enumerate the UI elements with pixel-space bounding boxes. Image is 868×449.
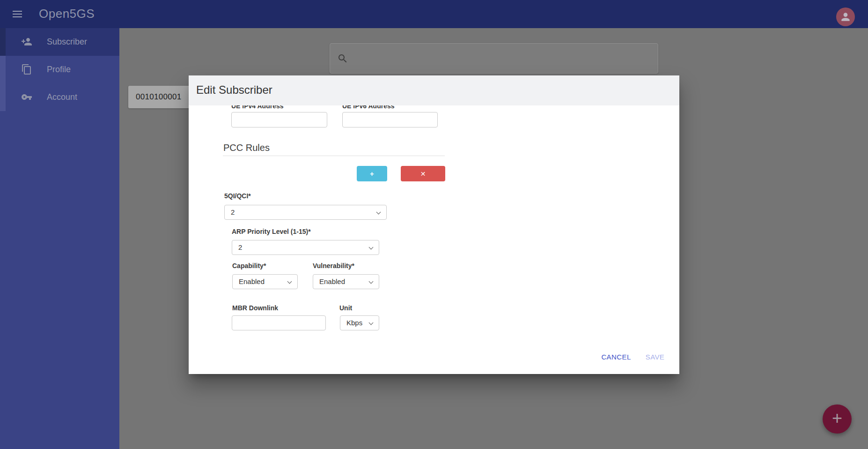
ue-ipv6-input[interactable] bbox=[342, 112, 438, 127]
section-divider bbox=[223, 156, 445, 156]
app-root: Open5GS Subscriber Profile Accou bbox=[0, 0, 868, 449]
modal-header: Edit Subscriber bbox=[189, 75, 679, 105]
chevron-down-icon bbox=[376, 210, 381, 215]
chevron-down-icon bbox=[369, 279, 374, 284]
cancel-button[interactable]: CANCEL bbox=[595, 350, 637, 364]
unit-label: Unit bbox=[339, 304, 352, 312]
save-button[interactable]: SAVE bbox=[639, 350, 671, 364]
qci-select[interactable]: 2 bbox=[224, 205, 387, 220]
capability-label: Capability* bbox=[232, 262, 266, 269]
vulnerability-select[interactable]: Enabled bbox=[313, 274, 379, 289]
mbr-downlink-label: MBR Downlink bbox=[232, 304, 278, 312]
mbr-downlink-input[interactable] bbox=[232, 315, 326, 330]
vulnerability-label: Vulnerability* bbox=[313, 262, 354, 269]
plus-icon: + bbox=[370, 170, 374, 178]
edit-subscriber-modal: UE IPv4 Address UE IPv6 Address Edit Sub… bbox=[189, 75, 679, 374]
pcc-rules-section-title: PCC Rules bbox=[223, 142, 270, 153]
ue-ipv4-input[interactable] bbox=[231, 112, 327, 127]
chevron-down-icon bbox=[369, 321, 374, 325]
pcc-rule-remove-button[interactable]: ✕ bbox=[401, 166, 445, 181]
modal-title: Edit Subscriber bbox=[196, 83, 272, 97]
chevron-down-icon bbox=[369, 245, 374, 250]
x-icon: ✕ bbox=[420, 170, 426, 178]
unit-select[interactable]: Kbps bbox=[340, 315, 379, 330]
chevron-down-icon bbox=[287, 279, 292, 284]
pcc-rule-add-button[interactable]: + bbox=[357, 166, 387, 181]
qci-label: 5QI/QCI* bbox=[224, 192, 251, 200]
arp-label: ARP Priority Level (1-15)* bbox=[232, 228, 311, 235]
capability-select[interactable]: Enabled bbox=[232, 274, 298, 289]
arp-select[interactable]: 2 bbox=[232, 240, 379, 255]
